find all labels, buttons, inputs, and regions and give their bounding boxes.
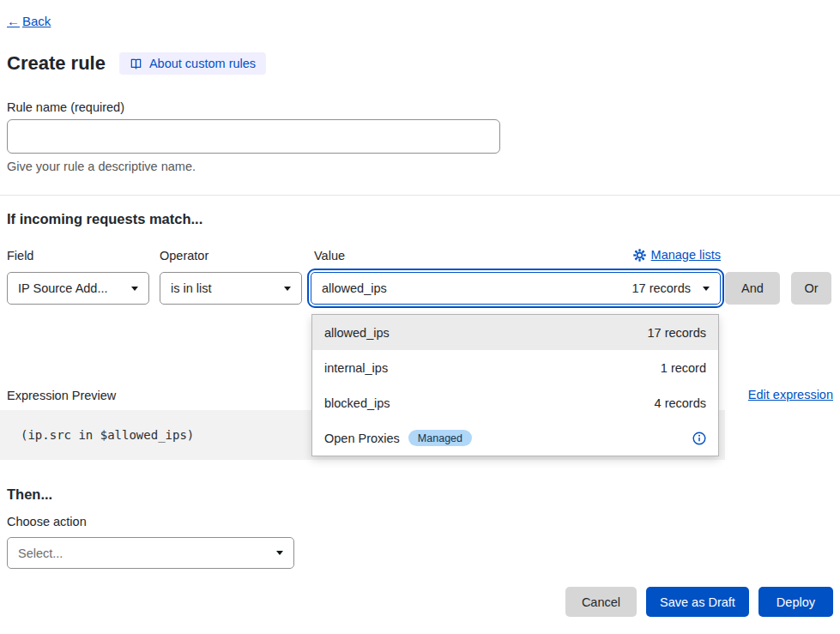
- then-section-title: Then...: [7, 486, 52, 503]
- about-custom-rules-link[interactable]: About custom rules: [119, 52, 266, 75]
- action-select-placeholder: Select...: [18, 546, 63, 560]
- deploy-button[interactable]: Deploy: [758, 587, 833, 617]
- create-rule-page: ← Back Create rule About custom rules Ru…: [0, 0, 840, 634]
- field-select-value: IP Source Add...: [18, 281, 108, 295]
- list-option-blocked-ips[interactable]: blocked_ips 4 records: [312, 385, 718, 420]
- save-as-draft-button[interactable]: Save as Draft: [646, 587, 749, 617]
- chevron-down-icon: [284, 287, 291, 291]
- list-option-name: blocked_ips: [324, 396, 390, 410]
- list-option-name: Open Proxies: [324, 432, 400, 445]
- rule-name-input[interactable]: [7, 119, 500, 154]
- choose-action-label: Choose action: [7, 515, 87, 528]
- value-column-label: Value: [314, 249, 345, 263]
- chevron-down-icon: [703, 287, 710, 291]
- expression-preview-label: Expression Preview: [7, 389, 116, 402]
- list-option-name: allowed_ips: [324, 326, 390, 340]
- and-button[interactable]: And: [725, 272, 780, 305]
- field-select[interactable]: IP Source Add...: [7, 272, 149, 305]
- gear-icon: [633, 249, 646, 262]
- edit-expression-link[interactable]: Edit expression: [748, 388, 833, 402]
- list-option-count: 1 record: [661, 361, 706, 375]
- info-icon[interactable]: [692, 432, 706, 445]
- back-label: Back: [22, 14, 51, 28]
- action-select[interactable]: Select...: [7, 537, 294, 569]
- value-select[interactable]: allowed_ips 17 records: [311, 272, 721, 305]
- list-option-internal-ips[interactable]: internal_ips 1 record: [312, 350, 718, 385]
- page-title: Create rule: [7, 52, 106, 75]
- value-select-record-count: 17 records: [632, 281, 691, 295]
- rule-name-help-text: Give your rule a descriptive name.: [7, 160, 196, 173]
- footer-actions: Cancel Save as Draft Deploy: [565, 587, 833, 617]
- book-icon: [130, 57, 142, 70]
- about-custom-rules-label: About custom rules: [149, 57, 256, 70]
- chevron-down-icon: [131, 287, 138, 291]
- section-divider: [0, 195, 840, 196]
- back-arrow-icon: ←: [7, 14, 20, 28]
- or-button[interactable]: Or: [791, 272, 831, 305]
- operator-column-label: Operator: [160, 249, 208, 263]
- cancel-button[interactable]: Cancel: [565, 587, 637, 617]
- operator-select[interactable]: is in list: [160, 272, 302, 305]
- match-section-title: If incoming requests match...: [7, 211, 202, 227]
- list-option-open-proxies[interactable]: Open Proxies Managed: [312, 420, 718, 456]
- list-option-name: internal_ips: [324, 361, 388, 375]
- managed-badge: Managed: [408, 430, 472, 446]
- list-dropdown-menu: allowed_ips 17 records internal_ips 1 re…: [311, 314, 719, 456]
- operator-select-value: is in list: [171, 281, 212, 295]
- back-link[interactable]: ← Back: [7, 14, 51, 28]
- chevron-down-icon: [276, 551, 283, 555]
- list-option-count: 4 records: [655, 396, 706, 410]
- manage-lists-label: Manage lists: [651, 248, 721, 262]
- manage-lists-link[interactable]: Manage lists: [633, 248, 721, 262]
- title-row: Create rule About custom rules: [7, 52, 266, 75]
- expression-code-text: (ip.src in $allowed_ips): [21, 428, 194, 442]
- field-column-label: Field: [7, 249, 33, 263]
- list-option-allowed-ips[interactable]: allowed_ips 17 records: [312, 315, 718, 350]
- list-option-count: 17 records: [647, 326, 706, 340]
- rule-name-label: Rule name (required): [7, 100, 124, 114]
- value-select-value: allowed_ips: [322, 281, 387, 295]
